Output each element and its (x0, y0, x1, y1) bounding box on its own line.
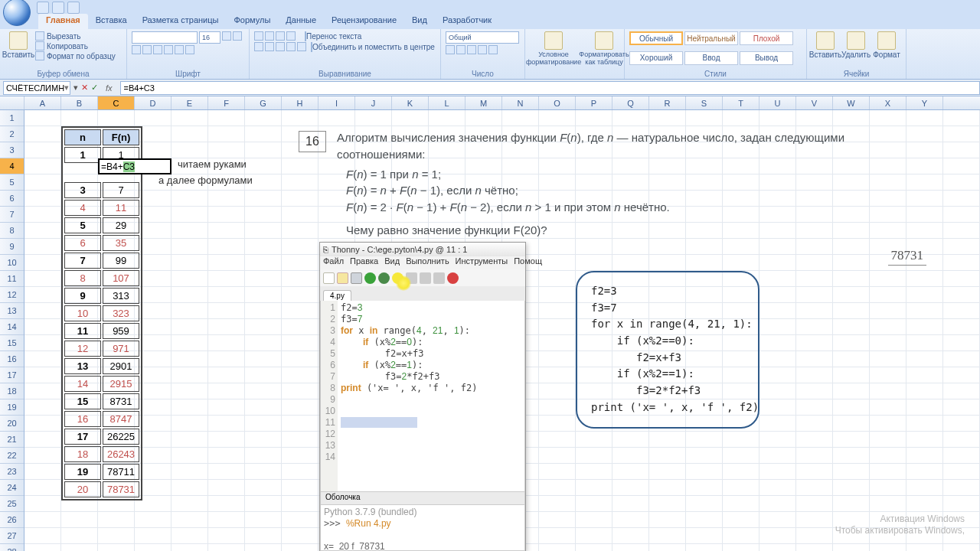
row-header-8[interactable]: 8 (0, 223, 24, 239)
cell-n[interactable]: 1 (64, 147, 101, 163)
cell-fn[interactable]: 29 (103, 217, 139, 233)
cell-fn[interactable]: 2915 (103, 376, 139, 392)
stop-icon[interactable] (447, 272, 459, 284)
row-header-27[interactable]: 27 (0, 528, 24, 544)
row-header-21[interactable]: 21 (0, 432, 24, 448)
cell-n[interactable]: 12 (64, 341, 101, 357)
col-header-X[interactable]: X (870, 96, 906, 109)
run-icon[interactable] (364, 272, 376, 284)
cell-n[interactable]: 13 (64, 358, 101, 374)
align-bottom-icon[interactable] (276, 31, 285, 41)
save-file-icon[interactable] (351, 272, 362, 284)
col-header-P[interactable]: P (576, 96, 612, 109)
cell-n[interactable]: 18 (64, 446, 101, 462)
col-header-Y[interactable]: Y (906, 96, 943, 109)
col-header-O[interactable]: O (539, 96, 576, 109)
row-headers[interactable]: 1234567891011121314151617181920212223242… (0, 110, 24, 551)
row-header-3[interactable]: 3 (0, 142, 24, 158)
align-top-icon[interactable] (254, 31, 263, 41)
currency-icon[interactable] (446, 45, 455, 54)
align-center-icon[interactable] (265, 42, 274, 51)
col-header-I[interactable]: I (318, 96, 355, 109)
debug-icon[interactable] (378, 272, 390, 284)
row-header-2[interactable]: 2 (0, 126, 24, 142)
insert-button[interactable]: Вставить (812, 31, 839, 59)
thonny-menu-Вид[interactable]: Вид (384, 256, 400, 269)
cell-fn[interactable]: 78711 (103, 464, 139, 480)
cell-fn[interactable]: 2901 (103, 358, 139, 374)
cell-n[interactable]: 19 (64, 464, 101, 480)
cell-fn[interactable]: 99 (103, 253, 139, 269)
underline-icon[interactable] (153, 45, 162, 54)
cell-style-0[interactable]: Обычный (629, 31, 683, 45)
col-header-S[interactable]: S (686, 96, 723, 109)
cell-fn[interactable]: 323 (103, 305, 139, 321)
step-out-icon[interactable] (420, 272, 431, 284)
enter-icon[interactable]: ✓ (91, 83, 98, 93)
comma-icon[interactable] (467, 45, 476, 54)
cell-fn[interactable]: 959 (103, 323, 139, 339)
row-header-22[interactable]: 22 (0, 448, 24, 464)
indent-dec-icon[interactable] (286, 42, 296, 51)
align-left-icon[interactable] (254, 42, 263, 51)
cell-style-5[interactable]: Вывод (740, 51, 793, 65)
name-box[interactable]: СЧЁТЕСЛИМН▾ (3, 81, 70, 95)
cell-style-1[interactable]: Нейтральный (684, 31, 738, 45)
qa-undo-icon[interactable] (52, 2, 64, 14)
row-header-13[interactable]: 13 (0, 303, 24, 319)
col-header-Q[interactable]: Q (612, 96, 649, 109)
qa-save-icon[interactable] (37, 2, 49, 14)
number-format-combo[interactable]: Общий (446, 31, 519, 44)
cell-n[interactable]: 6 (64, 235, 101, 251)
font-size-combo[interactable]: 16 (199, 31, 220, 44)
row-header-24[interactable]: 24 (0, 480, 24, 496)
cell-area[interactable]: nF(n)11374115296357998107931310323119591… (24, 110, 980, 551)
tab-Вид[interactable]: Вид (404, 14, 435, 29)
cell-n[interactable]: 5 (64, 217, 101, 233)
cancel-icon[interactable]: ✕ (81, 83, 88, 93)
tab-Рецензирование[interactable]: Рецензирование (324, 14, 404, 29)
row-header-16[interactable]: 16 (0, 351, 24, 367)
shrink-font-icon[interactable] (233, 31, 242, 41)
code-area[interactable]: f2=3 f3=7 for x in range(4, 21, 1): if (… (338, 301, 524, 491)
delete-button[interactable]: Удалить (842, 31, 870, 59)
tab-Формулы[interactable]: Формулы (226, 14, 278, 29)
row-header-7[interactable]: 7 (0, 207, 24, 223)
col-header-C[interactable]: C (98, 96, 135, 109)
cell-n[interactable]: 20 (64, 481, 101, 497)
cell-n[interactable]: 4 (64, 200, 101, 216)
col-header-T[interactable]: T (723, 96, 760, 109)
col-header-A[interactable]: A (24, 96, 61, 109)
thonny-file-tabs[interactable]: 4.py (320, 286, 525, 301)
shell[interactable]: Python 3.7.9 (bundled) >>> %Run 4.py x= … (320, 505, 525, 551)
format-button[interactable]: Формат (873, 31, 900, 59)
col-header-F[interactable]: F (208, 96, 245, 109)
tab-Данные[interactable]: Данные (278, 14, 324, 29)
font-name-combo[interactable] (132, 31, 198, 44)
cell-fn[interactable]: 8731 (103, 393, 139, 409)
cell-fn[interactable]: 35 (103, 235, 139, 251)
cell-style-4[interactable]: Ввод (684, 51, 738, 65)
cell-n[interactable]: 14 (64, 376, 101, 392)
paste-button[interactable]: Вставить (5, 31, 32, 59)
column-headers[interactable]: ABCDEFGHIJKLMNOPQRSTUVWXY (0, 96, 980, 110)
thonny-menu-Инструменты[interactable]: Инструменты (456, 256, 508, 269)
col-header-J[interactable]: J (355, 96, 392, 109)
cell-fn[interactable]: 26225 (103, 429, 139, 445)
row-header-28[interactable]: 28 (0, 544, 24, 551)
thonny-menu-Правка[interactable]: Правка (350, 256, 378, 269)
row-header-18[interactable]: 18 (0, 383, 24, 399)
row-header-23[interactable]: 23 (0, 464, 24, 480)
cell-fn[interactable]: 7 (103, 182, 139, 198)
thonny-window[interactable]: ⎘Thonny - C:\ege.pyton\4.py @ 11 : 1 Фай… (319, 242, 526, 551)
fill-color-icon[interactable] (175, 45, 184, 54)
thonny-menu-Выполнить[interactable]: Выполнить (406, 256, 449, 269)
row-header-5[interactable]: 5 (0, 174, 24, 191)
col-header-B[interactable]: B (61, 96, 98, 109)
cell-n[interactable] (64, 165, 101, 181)
align-right-icon[interactable] (276, 42, 285, 51)
col-header-D[interactable]: D (135, 96, 172, 109)
copy-button[interactable]: Копировать (35, 41, 116, 51)
shell-header[interactable]: Оболочка (320, 492, 525, 505)
cell-n[interactable]: 8 (64, 270, 101, 286)
